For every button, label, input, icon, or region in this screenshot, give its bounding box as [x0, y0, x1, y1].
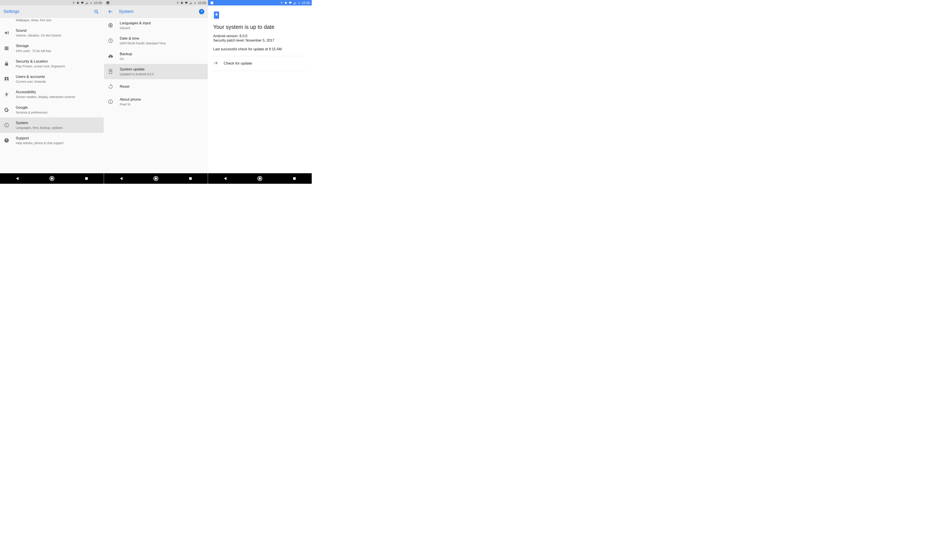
- list-title: Date & time: [120, 36, 166, 41]
- screen-system: 10:06 System ? Languages & inputGboardDa…: [104, 0, 208, 184]
- cell-signal-icon: [85, 1, 88, 5]
- nav-home-button[interactable]: [47, 174, 56, 183]
- bluetooth-icon: [72, 1, 75, 5]
- wifi-icon: [289, 1, 292, 5]
- page-title: System: [119, 9, 133, 14]
- storage-icon: [3, 46, 9, 51]
- nav-recent-button[interactable]: [186, 174, 195, 183]
- settings-item-google[interactable]: GoogleServices & preferences: [0, 102, 104, 117]
- cell-signal-icon: [189, 1, 192, 5]
- list-title: Reset: [120, 84, 129, 89]
- list-title: Sound: [16, 28, 61, 33]
- list-title: Security & Location: [16, 59, 65, 64]
- nav-back-button[interactable]: [117, 174, 126, 183]
- system-item-date-time[interactable]: Date & timeGMT-08:00 Pacific Standard Ti…: [104, 33, 208, 48]
- list-subtitle: Updated to Android 8.0.0: [120, 72, 154, 76]
- system-item-backup[interactable]: BackupOn: [104, 49, 208, 64]
- nav-bar: [0, 173, 104, 184]
- settings-item-accessibility[interactable]: AccessibilityScreen readers, display, in…: [0, 86, 104, 102]
- list-item-display-partial[interactable]: Wallpaper, sleep, font size: [0, 18, 104, 25]
- wifi-icon: [80, 1, 84, 5]
- list-subtitle: Wallpaper, sleep, font size: [16, 18, 51, 22]
- screen-settings: 10:06 Settings Wallpaper, sleep, font si…: [0, 0, 104, 184]
- app-bar: Settings: [0, 5, 104, 18]
- nav-recent-button[interactable]: [82, 174, 91, 183]
- help-icon: [3, 138, 9, 143]
- system-item-system-update[interactable]: System updateUpdated to Android 8.0.0: [104, 64, 208, 79]
- battery-icon: [89, 1, 93, 5]
- page-title: Settings: [3, 9, 19, 14]
- battery-icon: [193, 1, 197, 5]
- settings-item-users-accounts[interactable]: Users & accountsCurrent user: Amanda: [0, 71, 104, 86]
- back-button[interactable]: [107, 8, 114, 15]
- list-title: Accessibility: [16, 90, 75, 94]
- battery-icon: [297, 1, 301, 5]
- settings-item-security-location[interactable]: Security & LocationPlay Protect, screen …: [0, 56, 104, 71]
- system-item-languages-input[interactable]: Languages & inputGboard: [104, 18, 208, 33]
- nav-home-button[interactable]: [151, 174, 161, 183]
- clock-icon: [108, 38, 114, 43]
- access-icon: [3, 92, 9, 97]
- settings-item-support[interactable]: SupportHelp articles, phone & chat suppo…: [0, 133, 104, 148]
- dnd-icon: [180, 1, 184, 5]
- update-page: Your system is up to date Android versio…: [208, 5, 312, 173]
- status-bar: 10:06: [208, 0, 312, 5]
- nav-recent-button[interactable]: [290, 174, 299, 183]
- list-title: Users & accounts: [16, 74, 46, 79]
- status-bar: 10:06: [104, 0, 208, 5]
- nav-back-button[interactable]: [13, 174, 22, 183]
- system-list[interactable]: Languages & inputGboardDate & timeGMT-08…: [104, 18, 208, 173]
- settings-item-system[interactable]: SystemLanguages, time, backup, updates: [0, 117, 104, 133]
- list-subtitle: Pixel XL: [120, 102, 141, 106]
- image-notif-icon: [210, 1, 214, 5]
- list-subtitle: Volume, vibration, Do Not Disturb: [16, 34, 61, 37]
- list-subtitle: Gboard: [120, 26, 151, 30]
- lock-icon: [3, 61, 9, 66]
- check-for-update-button[interactable]: Check for update: [212, 56, 306, 71]
- search-button[interactable]: [93, 8, 100, 15]
- status-clock: 10:06: [94, 1, 102, 5]
- system-item-reset[interactable]: Reset: [104, 79, 208, 94]
- info-icon: [3, 122, 9, 128]
- dnd-icon: [284, 1, 287, 5]
- list-subtitle: On: [120, 57, 132, 61]
- help-button[interactable]: ?: [199, 9, 204, 14]
- sysupd-icon: [108, 69, 114, 74]
- nav-bar: [208, 173, 312, 184]
- list-title: About phone: [120, 97, 141, 102]
- volume-icon: [3, 30, 9, 35]
- list-subtitle: Help articles, phone & chat support: [16, 141, 63, 145]
- nav-home-button[interactable]: [255, 174, 264, 183]
- list-title: Backup: [120, 52, 132, 56]
- list-subtitle: Current user: Amanda: [16, 80, 46, 83]
- security-patch-line: Security patch level: November 5, 2017: [213, 39, 306, 42]
- list-subtitle: GMT-08:00 Pacific Standard Time: [120, 41, 166, 45]
- list-subtitle: Services & preferences: [16, 111, 48, 114]
- bluetooth-icon: [176, 1, 179, 5]
- globe-icon: [108, 23, 114, 28]
- list-title: Support: [16, 136, 63, 140]
- nav-back-button[interactable]: [221, 174, 230, 183]
- settings-list[interactable]: Wallpaper, sleep, font size SoundVolume,…: [0, 18, 104, 173]
- list-title: Languages & input: [120, 21, 151, 26]
- settings-item-sound[interactable]: SoundVolume, vibration, Do Not Disturb: [0, 25, 104, 40]
- list-title: System update: [120, 67, 154, 72]
- cloudup-icon: [108, 54, 114, 59]
- list-subtitle: Languages, time, backup, updates: [16, 126, 63, 130]
- list-subtitle: 43% used - 73.34 GB free: [16, 49, 51, 53]
- system-item-about-phone[interactable]: About phonePixel XL: [104, 94, 208, 110]
- status-clock: 10:06: [301, 1, 310, 5]
- list-title: Google: [16, 105, 48, 110]
- list-subtitle: Screen readers, display, interaction con…: [16, 95, 75, 99]
- last-check-line: Last successful check for update at 8:15…: [213, 47, 306, 51]
- google-icon: [3, 107, 9, 113]
- wifi-icon: [184, 1, 188, 5]
- list-subtitle: Play Protect, screen lock, fingerprint: [16, 64, 65, 68]
- dnd-icon: [76, 1, 80, 5]
- app-bar: System ?: [104, 5, 208, 18]
- settings-item-storage[interactable]: Storage43% used - 73.34 GB free: [0, 40, 104, 56]
- bluetooth-icon: [280, 1, 283, 5]
- reset-icon: [108, 84, 114, 89]
- status-clock: 10:06: [198, 1, 206, 5]
- system-update-icon: [213, 11, 220, 19]
